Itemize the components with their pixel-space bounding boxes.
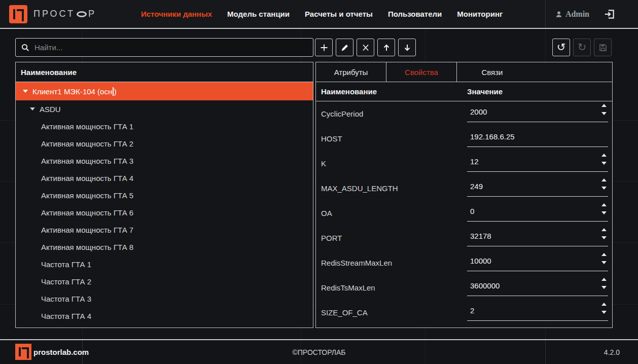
tree-row-asdu[interactable]: ASDU: [16, 100, 313, 118]
move-up-button[interactable]: [377, 39, 395, 56]
property-value-input[interactable]: 2000: [467, 101, 608, 122]
tree-row[interactable]: Частота ГТА 2: [16, 273, 313, 290]
undo-button[interactable]: ↺: [552, 39, 570, 56]
property-name: RedisStreamMaxLen: [316, 250, 467, 275]
user-icon: [555, 10, 563, 18]
wordmark-pre: ПРОСТ: [33, 9, 75, 19]
logout-icon: [604, 8, 616, 20]
expand-arrow-icon[interactable]: [23, 90, 28, 93]
property-value-input[interactable]: 249: [467, 176, 608, 197]
details-panel: Атрибуты Свойства Связи Наименование Зна…: [315, 62, 613, 328]
tree-row[interactable]: Активная мощность ГТА 8: [16, 238, 313, 256]
nav-item-data-sources[interactable]: Источники данных: [141, 10, 212, 18]
tree-row[interactable]: Активная мощность ГТА 3: [16, 152, 313, 169]
tree-row[interactable]: Частота ГТА 4: [16, 307, 313, 324]
property-value-input[interactable]: 32178: [467, 226, 608, 246]
stepper-down-icon[interactable]: [601, 211, 607, 214]
column-name-header: Наименование: [316, 87, 467, 96]
tree-row[interactable]: Частота ГТА 3: [16, 290, 313, 307]
stepper-down-icon[interactable]: [601, 187, 607, 190]
search-input[interactable]: [34, 43, 308, 52]
tree-row-label: Активная мощность ГТА 2: [41, 139, 133, 148]
nav-item-users[interactable]: Пользователи: [388, 10, 442, 18]
property-value-input[interactable]: 10000: [467, 250, 608, 271]
property-value: 10000: [470, 257, 491, 265]
tree-row-label: Частота ГТА 2: [41, 277, 91, 286]
stepper-down-icon[interactable]: [601, 112, 607, 115]
save-button[interactable]: [594, 39, 612, 56]
tree-row-label: Частота ГТА 3: [41, 295, 91, 303]
stepper-up-icon[interactable]: [601, 278, 607, 281]
property-value: 249: [470, 182, 483, 191]
property-row: K 12: [316, 151, 612, 176]
stepper-down-icon[interactable]: [601, 311, 607, 314]
property-name: K: [316, 151, 467, 176]
stepper-down-icon[interactable]: [601, 261, 607, 264]
nav-item-station-model[interactable]: Модель станции: [227, 10, 290, 18]
property-value-input[interactable]: 0: [467, 201, 608, 222]
property-row: RedisStreamMaxLen 10000: [316, 250, 612, 275]
stepper-down-icon[interactable]: [601, 162, 607, 165]
stepper-up-icon[interactable]: [601, 178, 607, 181]
expand-arrow-icon[interactable]: [30, 107, 35, 111]
property-value: 12: [470, 157, 479, 166]
stepper-up-icon[interactable]: [601, 253, 607, 256]
sources-tree-panel: Наименование Клиент1 МЭК-104 (осн) ASDU …: [15, 62, 313, 328]
move-down-button[interactable]: [398, 39, 416, 56]
tree-row-label: Активная мощность ГТА 3: [41, 157, 133, 165]
property-row: PORT 32178: [316, 226, 612, 250]
property-value: 0: [470, 207, 474, 215]
logout-button[interactable]: [604, 8, 616, 20]
footer-version: 4.2.0: [604, 348, 620, 356]
tree-row-client[interactable]: Клиент1 МЭК-104 (осн): [16, 82, 313, 100]
tree-row[interactable]: Активная мощность ГТА 4: [16, 169, 313, 187]
tab-links[interactable]: Связи: [457, 62, 527, 82]
property-name: MAX_ASDU_LENGTH: [316, 176, 467, 201]
tree-row[interactable]: Активная мощность ГТА 2: [16, 135, 313, 152]
properties-table-header: Наименование Значение: [316, 82, 612, 101]
property-name: HOST: [316, 126, 467, 151]
stepper-up-icon[interactable]: [601, 154, 607, 157]
brand-wordmark: ПРОСТ Р: [33, 9, 96, 19]
redo-button[interactable]: ↻: [573, 39, 591, 56]
tree-row[interactable]: Активная мощность ГТА 5: [16, 187, 313, 204]
stepper-up-icon[interactable]: [601, 303, 607, 306]
add-button[interactable]: [315, 39, 333, 56]
navbar-divider: [545, 0, 546, 28]
property-value-input[interactable]: 3600000: [467, 275, 608, 296]
nav-item-monitoring[interactable]: Мониторинг: [457, 10, 503, 18]
tree-row-label: ASDU: [40, 105, 61, 114]
delete-button[interactable]: [357, 39, 374, 56]
stepper-up-icon[interactable]: [601, 203, 607, 206]
tree-row[interactable]: Активная мощность ГТА 7: [16, 221, 313, 238]
current-user[interactable]: Admin: [555, 0, 589, 28]
stepper-up-icon[interactable]: [601, 228, 607, 231]
property-row: SIZE_OF_CA 2: [316, 300, 612, 325]
user-name-label: Admin: [565, 10, 589, 19]
top-navbar: ПРОСТ Р Источники данных Модель станции …: [0, 0, 638, 29]
property-value-input[interactable]: 12: [467, 151, 608, 172]
number-stepper: [601, 278, 607, 289]
arrow-down-icon: [403, 43, 412, 52]
tree-row[interactable]: Активная мощность ГТА 1: [16, 118, 313, 135]
stepper-down-icon[interactable]: [601, 236, 607, 239]
stepper-down-icon[interactable]: [601, 286, 607, 289]
property-value-input[interactable]: 2: [467, 300, 608, 321]
plus-icon: [320, 43, 329, 52]
tree-row-label: Активная мощность ГТА 6: [41, 208, 133, 217]
tree-row-label-suffix: ): [114, 87, 117, 96]
stepper-up-icon[interactable]: [601, 104, 607, 107]
tree-row[interactable]: Частота ГТА 1: [16, 256, 313, 273]
nav-item-calculations-reports[interactable]: Расчеты и отчеты: [305, 10, 373, 18]
number-stepper: [601, 228, 607, 239]
tree-row[interactable]: Активная мощность ГТА 6: [16, 204, 313, 221]
property-value-input[interactable]: 192.168.6.25: [467, 126, 608, 147]
tab-attributes[interactable]: Атрибуты: [316, 62, 386, 82]
tab-properties[interactable]: Свойства: [386, 62, 457, 82]
property-name: PORT: [316, 226, 467, 250]
footer: prostorlab.com ©ПРОСТОРЛАБ 4.2.0: [0, 339, 638, 364]
edit-button[interactable]: [336, 39, 353, 56]
property-value: 192.168.6.25: [470, 132, 515, 141]
brand[interactable]: ПРОСТ Р: [9, 5, 96, 23]
number-stepper: [601, 104, 607, 115]
